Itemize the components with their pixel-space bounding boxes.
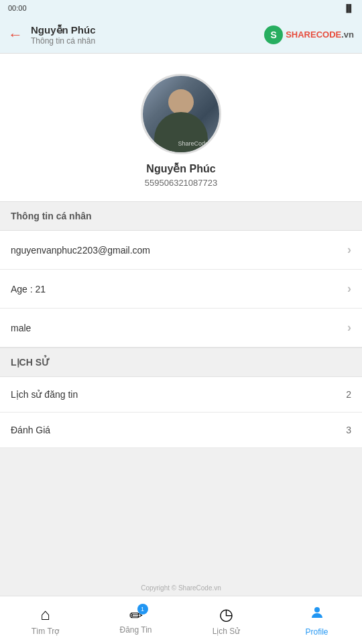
email-chevron: ›	[347, 243, 351, 257]
header-logo: S SHARECODE.vn	[264, 25, 354, 44]
personal-info-title: Thông tin cá nhân	[11, 211, 92, 221]
header: ← Nguyễn Phúc Thông tin cá nhân S SHAREC…	[0, 16, 362, 54]
copyright-text: Copyright © ShareCode.vn	[0, 584, 362, 592]
history-section-header: LỊCH SỬ	[0, 347, 362, 377]
bottom-nav: ⌂ Tìm Trợ ✏ 1 Đăng Tin ◷ Lịch Sử Profile	[0, 596, 362, 644]
main-content: ShareCode.vn Nguyễn Phúc 559506321087723…	[0, 54, 362, 596]
svg-point-0	[314, 607, 320, 612]
profile-section: ShareCode.vn Nguyễn Phúc 559506321087723	[0, 54, 362, 201]
avatar-image	[143, 76, 219, 152]
logo-text: SHARECODE.vn	[286, 30, 354, 40]
rating-value: 3	[346, 425, 351, 435]
status-bar: 00:00 ▐▌	[0, 0, 362, 16]
status-signal: ▐▌	[343, 4, 354, 12]
nav-profile[interactable]: Profile	[272, 596, 362, 644]
nav-home[interactable]: ⌂ Tìm Trợ	[0, 596, 90, 644]
email-item[interactable]: nguyenvanphuc2203@gmail.com ›	[0, 231, 362, 270]
gender-chevron: ›	[347, 321, 351, 335]
nav-profile-label: Profile	[305, 627, 328, 637]
history-icon: ◷	[219, 605, 233, 624]
age-item[interactable]: Age : 21 ›	[0, 270, 362, 309]
email-label: nguyenvanphuc2203@gmail.com	[11, 245, 150, 256]
post-history-label: Lịch sử đăng tin	[11, 389, 78, 400]
nav-post[interactable]: ✏ 1 Đăng Tin	[90, 596, 181, 644]
post-history-item[interactable]: Lịch sử đăng tin 2	[0, 377, 362, 413]
history-title: LỊCH SỬ	[11, 357, 50, 368]
history-list: Lịch sử đăng tin 2 Đánh Giá 3	[0, 377, 362, 448]
rating-item[interactable]: Đánh Giá 3	[0, 413, 362, 448]
logo-icon: S	[264, 25, 283, 44]
gender-label: male	[11, 323, 31, 333]
gender-item[interactable]: male ›	[0, 309, 362, 347]
status-time: 00:00	[8, 4, 27, 12]
post-history-value: 2	[346, 389, 351, 400]
header-user-name: Nguyễn Phúc	[31, 24, 264, 36]
nav-history-label: Lịch Sử	[213, 627, 241, 636]
header-title-block: Nguyễn Phúc Thông tin cá nhân	[31, 24, 264, 46]
home-icon: ⌂	[40, 605, 50, 624]
header-subtitle: Thông tin cá nhân	[31, 36, 264, 46]
nav-home-label: Tìm Trợ	[32, 627, 60, 636]
nav-post-label: Đăng Tin	[119, 625, 152, 635]
age-label: Age : 21	[11, 284, 46, 294]
personal-info-section-header: Thông tin cá nhân	[0, 201, 362, 231]
nav-history[interactable]: ◷ Lịch Sử	[181, 596, 272, 644]
avatar-container: ShareCode.vn	[141, 74, 221, 154]
personal-info-list: nguyenvanphuc2203@gmail.com › Age : 21 ›…	[0, 231, 362, 347]
age-chevron: ›	[347, 282, 351, 296]
rating-label: Đánh Giá	[11, 425, 50, 435]
profile-name: Nguyễn Phúc	[146, 162, 215, 175]
post-badge: 1	[137, 604, 148, 614]
back-button[interactable]: ←	[8, 26, 23, 44]
profile-icon	[309, 604, 325, 625]
profile-id: 559506321087723	[145, 178, 217, 188]
